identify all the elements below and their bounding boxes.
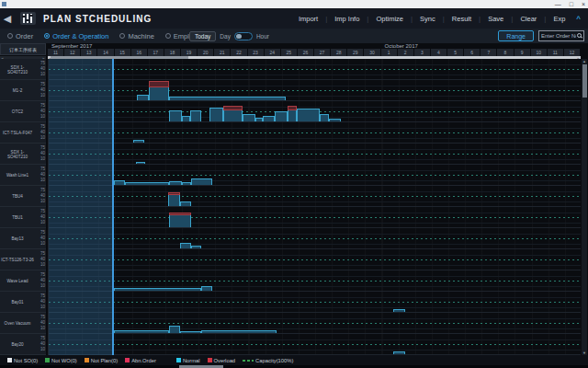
day-hour-toggle[interactable] [234,32,253,40]
gantt-bar[interactable] [223,106,243,121]
gantt-bar[interactable] [168,192,180,206]
gantt-bar[interactable] [275,111,288,121]
gantt-bar[interactable] [180,201,191,206]
machine-row-label[interactable]: Wave Lead754010 [0,270,46,292]
machine-row-label[interactable]: ICT-TSLA-F047754010 [0,122,46,144]
machine-row-label[interactable]: Oven Vacuum754010 [0,313,46,334]
gantt-bar[interactable] [255,118,263,121]
gantt-bar[interactable] [297,109,320,121]
toolbar-button-imp-info[interactable]: Imp Info [327,15,367,23]
minimize-icon[interactable]: — [555,0,561,8]
gantt-bar[interactable] [125,182,169,185]
gantt-row [49,165,581,186]
gantt-bar[interactable] [201,330,277,333]
gridline [49,191,581,192]
gantt-bar[interactable] [114,180,125,185]
vscrollbar-thumb[interactable] [582,64,587,98]
back-button[interactable]: ◀ [0,13,15,25]
toolbar-button-sync[interactable]: Sync [413,15,443,23]
gantt-bar[interactable] [243,114,255,121]
machine-row-label[interactable]: Bay13754010 [0,228,46,249]
day-cell: 16 [131,49,148,56]
gantt-bar[interactable] [114,330,169,333]
toolbar-button-save[interactable]: Save [481,15,511,23]
capacity-line [49,175,581,176]
gantt-bar[interactable] [182,182,191,185]
view-option-order-operation[interactable]: Order & Operation [44,32,108,40]
gantt-bar[interactable] [329,119,341,121]
legend-label: Not WO(0) [51,358,77,363]
day-cell: 11 [548,49,564,56]
day-cell: 27 [314,49,331,56]
gantt-bar[interactable] [169,326,180,333]
gantt-bar[interactable] [169,97,286,100]
gantt-bar[interactable] [209,108,223,121]
overload-cap [168,192,180,195]
machine-row-label[interactable]: M1-2754010 [0,80,46,101]
toolbar-button-optimize[interactable]: Optimize [368,15,411,23]
toolbar-button-clear[interactable]: Clear [513,15,544,23]
machine-row-label[interactable]: TBU4754010 [0,186,46,207]
machine-row-label[interactable]: SDX 1-SO40T210754010 [0,144,46,165]
gantt-bar[interactable] [190,110,201,121]
machine-row-label[interactable]: Wash Line1754010 [0,165,46,186]
gantt-bar[interactable] [201,286,212,291]
toolbar-button-exp[interactable]: Exp [546,15,572,23]
gantt-bar[interactable] [136,162,145,164]
radio-icon [44,33,50,39]
machine-row-label[interactable]: SDX 1-SO40T210754010 [0,59,46,80]
day-cell: 5 [447,49,464,56]
range-button[interactable]: Range [498,30,534,41]
day-cell: 9 [514,49,531,56]
maximize-icon[interactable]: □ [570,0,573,8]
time-controls: Today Day Hour [189,30,269,41]
machine-row-label[interactable]: Bay20754010 [0,334,46,355]
order-search-input[interactable] [541,31,576,40]
gridline [49,276,581,277]
gantt-bar[interactable] [191,178,212,185]
legend-swatch-icon [208,358,212,362]
view-option-order[interactable]: Order [7,32,33,40]
capacity-line [49,154,581,155]
gantt-bar[interactable] [114,288,201,291]
gantt-bar[interactable] [180,331,201,333]
gantt-bar[interactable] [169,110,182,121]
gridline [49,64,581,65]
row-axis-ticks: 754010 [35,293,45,311]
machine-row-label[interactable]: Bay01754010 [0,292,46,313]
gantt-bar[interactable] [182,116,190,121]
legend-label: Normal [183,358,200,363]
day-cell: 2 [398,49,414,56]
gantt-bar[interactable] [288,106,297,121]
gantt-bar[interactable] [137,95,149,100]
machine-row-label[interactable]: ICT-TS126-T3-26754010 [0,249,46,270]
search-icon[interactable] [577,33,582,38]
gantt-bar[interactable] [191,246,201,248]
vertical-scrollbar[interactable]: ▲ ▼ [582,59,587,355]
gantt-bar[interactable] [169,181,182,185]
gantt-bar[interactable] [180,243,191,248]
toolbar-button-import[interactable]: Import [291,15,325,23]
gantt-bar[interactable] [169,213,191,227]
gantt-bar[interactable] [133,140,144,143]
close-icon[interactable]: × [582,0,585,8]
gantt-bar[interactable] [149,81,169,100]
machine-row-label[interactable]: OTC2754010 [0,101,46,122]
view-option-machine[interactable]: Machine [119,32,153,40]
scroll-up-icon[interactable]: ▲ [582,59,587,63]
day-cell: 20 [198,49,214,56]
gantt-bar[interactable] [320,114,329,121]
row-axis-ticks: 754010 [35,103,45,121]
toolbar-button-result[interactable]: Result [445,15,479,23]
gantt-bar[interactable] [393,351,405,354]
today-button[interactable]: Today [189,31,216,41]
gantt-bar[interactable] [393,309,405,312]
app-favicon-icon [2,2,6,6]
legend-item-not-plan-0: Not Plan(0) [85,358,118,363]
collapse-toolbar-icon[interactable]: ^ [572,15,584,23]
gantt-bar[interactable] [263,116,275,121]
machine-column-header: 订单工序排表 [0,43,46,55]
overload-cap [223,106,243,110]
radio-icon [165,33,171,39]
machine-row-label[interactable]: TBU1754010 [0,207,46,228]
